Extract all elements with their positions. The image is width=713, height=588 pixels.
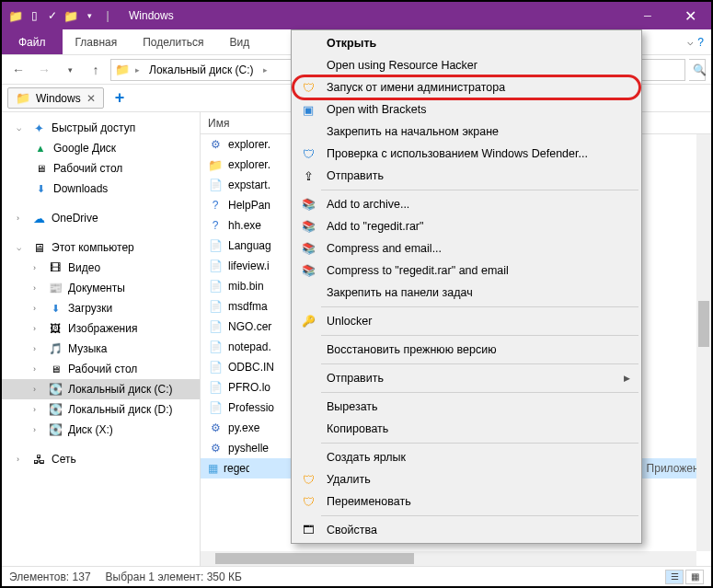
file-icon <box>208 360 223 375</box>
menu-add-archive[interactable]: Add to archive... <box>293 193 639 215</box>
folder-tab-label: Windows <box>36 92 81 105</box>
menu-add-rar[interactable]: Add to "regedit.rar" <box>293 215 639 237</box>
exe-icon <box>208 441 223 455</box>
menu-open-resource-hacker[interactable]: Open using Resource Hacker <box>293 54 639 76</box>
qat-dropdown[interactable]: ▾ <box>81 7 98 24</box>
file-icon <box>208 380 223 395</box>
recent-dropdown[interactable]: ▾ <box>59 59 81 81</box>
tree-docs[interactable]: Документы <box>68 282 125 294</box>
expand-icon[interactable]: › <box>17 213 26 223</box>
tree-dl[interactable]: Загрузки <box>68 302 112 315</box>
tab-file[interactable]: Файл <box>2 29 63 54</box>
file-icon <box>208 279 223 294</box>
menu-separator <box>321 443 638 444</box>
tree-video[interactable]: Видео <box>68 261 100 274</box>
tree-drivec[interactable]: Локальный диск (C:) <box>68 383 173 396</box>
tree-desk2[interactable]: Рабочий стол <box>68 363 137 375</box>
close-button[interactable]: ✕ <box>669 2 711 29</box>
file-icon <box>208 319 223 334</box>
ribbon-expand-icon[interactable]: ⌵ <box>687 36 694 48</box>
vertical-scrollbar[interactable] <box>696 134 711 551</box>
view-large-button[interactable]: ▦ <box>685 570 704 584</box>
menu-compress-rar-email[interactable]: Compress to "regedit.rar" and email <box>293 259 639 282</box>
help-icon[interactable]: ? <box>697 36 704 49</box>
download-icon <box>33 181 48 196</box>
window-controls: ─ ✕ <box>627 2 711 29</box>
menu-open-brackets[interactable]: ▣Open with Brackets <box>293 98 639 121</box>
navigation-tree[interactable]: ⌵Быстрый доступ Google Диск Рабочий стол… <box>2 112 201 566</box>
search-box[interactable]: 🔍 <box>689 59 706 81</box>
menu-sendto[interactable]: Отправить▶ <box>293 367 639 389</box>
scrollbar-thumb[interactable] <box>698 301 709 347</box>
unlock-icon <box>299 312 317 330</box>
menu-cut[interactable]: Вырезать <box>293 396 639 418</box>
download-icon <box>48 301 63 316</box>
gdrive-icon <box>33 141 48 156</box>
up-button[interactable]: ↑ <box>85 59 107 81</box>
menu-pin-start[interactable]: Закрепить на начальном экране <box>293 121 639 143</box>
tree-drived[interactable]: Локальный диск (D:) <box>68 403 173 416</box>
scrollbar-thumb[interactable] <box>215 553 414 564</box>
rar-icon <box>299 261 317 280</box>
tree-desktop[interactable]: Рабочий стол <box>53 162 122 175</box>
documents-icon <box>48 281 63 295</box>
breadcrumb-sep[interactable]: ▸ <box>132 65 144 75</box>
tab-share[interactable]: Поделиться <box>130 29 216 54</box>
tree-onedrive[interactable]: OneDrive <box>52 212 98 225</box>
menu-pin-taskbar[interactable]: Закрепить на панели задач <box>293 282 639 304</box>
menu-run-as-admin[interactable]: Запуск от имени администратора <box>293 76 639 98</box>
close-tab-icon[interactable]: ✕ <box>86 92 96 105</box>
expand-icon[interactable]: ⌵ <box>17 243 26 252</box>
col-name[interactable]: Имя <box>208 117 251 130</box>
tree-drivex[interactable]: Диск (X:) <box>68 423 113 436</box>
tab-view[interactable]: Вид <box>216 29 262 54</box>
view-details-button[interactable]: ☰ <box>665 570 684 584</box>
menu-shortcut[interactable]: Создать ярлык <box>293 446 639 468</box>
window-title: Windows <box>121 9 174 22</box>
file-icon <box>208 299 223 314</box>
back-button[interactable]: ← <box>7 59 29 81</box>
folder-tab-windows[interactable]: Windows ✕ <box>7 87 104 109</box>
exe-icon <box>208 137 223 152</box>
properties-icon <box>299 521 317 539</box>
tree-gdrive[interactable]: Google Диск <box>53 142 116 155</box>
menu-open[interactable]: Открыть <box>293 32 639 54</box>
tree-img[interactable]: Изображения <box>68 322 137 335</box>
tree-network[interactable]: Сеть <box>52 453 76 466</box>
file-icon <box>208 178 223 192</box>
new-tab-button[interactable]: + <box>109 88 131 108</box>
menu-restore[interactable]: Восстановить прежнюю версию <box>293 339 639 361</box>
menu-sendto-top[interactable]: ⇪Отправить <box>293 165 639 187</box>
menu-separator <box>321 306 638 307</box>
tree-music[interactable]: Музыка <box>68 342 107 355</box>
tree-thispc[interactable]: Этот компьютер <box>52 241 134 254</box>
file-icon <box>208 400 223 415</box>
menu-rename[interactable]: Переименовать <box>293 490 639 513</box>
expand-icon[interactable]: ⌵ <box>17 123 26 133</box>
exe-icon <box>208 421 223 435</box>
file-icon <box>208 340 223 354</box>
menu-properties[interactable]: Свойства <box>293 519 639 541</box>
horizontal-scrollbar[interactable] <box>201 551 696 566</box>
qat-btn-1[interactable]: ▯ <box>26 7 42 24</box>
desktop-icon <box>33 161 48 176</box>
menu-copy[interactable]: Копировать <box>293 418 639 440</box>
tab-home[interactable]: Главная <box>63 29 131 54</box>
folder-icon <box>7 7 24 24</box>
tree-quick-access[interactable]: Быстрый доступ <box>52 121 135 134</box>
address-folder-icon <box>115 63 130 76</box>
tree-downloads[interactable]: Downloads <box>53 182 108 195</box>
menu-separator <box>321 335 638 336</box>
forward-button[interactable]: → <box>33 59 55 81</box>
rar-icon <box>299 239 317 258</box>
menu-delete[interactable]: Удалить <box>293 468 639 490</box>
menu-compress-email[interactable]: Compress and email... <box>293 237 639 259</box>
breadcrumb-sep[interactable]: ▸ <box>259 65 271 75</box>
qat-folder-icon <box>63 7 79 24</box>
minimize-button[interactable]: ─ <box>627 2 669 29</box>
qat-btn-2[interactable]: ✓ <box>44 7 61 24</box>
breadcrumb-drive[interactable]: Локальный диск (C:) <box>145 63 258 76</box>
menu-unlocker[interactable]: Unlocker <box>293 310 639 332</box>
menu-defender[interactable]: 🛡Проверка с использованием Windows Defen… <box>293 143 639 165</box>
drive-icon <box>48 422 63 437</box>
